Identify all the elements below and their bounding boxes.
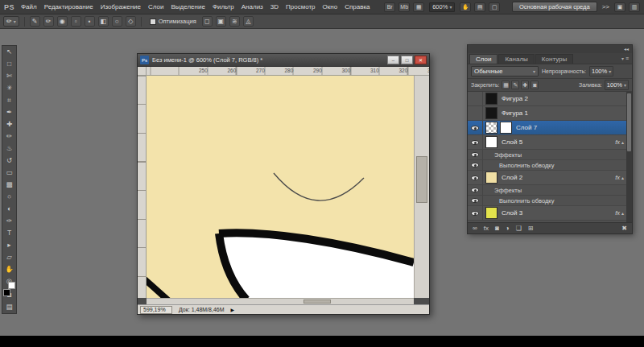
visibility-toggle[interactable] bbox=[468, 185, 483, 195]
layer-row[interactable]: Фигура 2 bbox=[468, 92, 626, 106]
layer-thumbnail[interactable] bbox=[485, 107, 497, 119]
visibility-toggle[interactable] bbox=[468, 92, 483, 105]
layer-row[interactable]: Слой 7 bbox=[468, 121, 626, 135]
menu-item-Редактирование[interactable]: Редактирование bbox=[44, 3, 93, 10]
opacity-icon[interactable]: ◧ bbox=[98, 16, 109, 27]
shape-tool[interactable]: ▱ bbox=[2, 251, 16, 263]
visibility-toggle[interactable] bbox=[468, 150, 483, 159]
workspace-button[interactable]: Основная рабочая среда bbox=[512, 2, 597, 12]
close-button[interactable]: ✕ bbox=[415, 56, 427, 64]
ruler-corner[interactable] bbox=[138, 67, 147, 76]
menu-item-3D[interactable]: 3D bbox=[270, 3, 279, 10]
layer-thumbnail[interactable] bbox=[485, 93, 497, 105]
tab-Контуры[interactable]: Контуры bbox=[535, 54, 573, 64]
launch-bridge-icon[interactable]: Br bbox=[384, 2, 395, 12]
view-extras-icon[interactable]: ▦ bbox=[413, 2, 424, 12]
maximize-button[interactable]: □ bbox=[401, 56, 413, 64]
menu-item-Изображение[interactable]: Изображение bbox=[101, 3, 141, 10]
fx-icon[interactable]: fx bbox=[615, 174, 620, 181]
optimize-checkbox[interactable] bbox=[150, 19, 156, 25]
airbrush-icon[interactable]: ≋ bbox=[229, 16, 240, 27]
horizontal-scrollbar[interactable] bbox=[147, 298, 414, 304]
lock-all-icon[interactable]: ◙ bbox=[530, 81, 539, 89]
layer-thumbnail[interactable] bbox=[485, 171, 497, 184]
layer-style-icon[interactable]: fx bbox=[484, 225, 489, 232]
opacity-field[interactable]: 100% ▾ bbox=[589, 66, 613, 76]
layer-row[interactable]: Слой 2fx▴ bbox=[468, 171, 626, 185]
layer-mask-icon[interactable]: ◙ bbox=[495, 225, 499, 232]
delete-layer-icon[interactable]: ✖ bbox=[621, 225, 627, 232]
horizontal-ruler[interactable]: 250260270280290300310320330 bbox=[147, 67, 429, 76]
visibility-toggle[interactable] bbox=[468, 106, 483, 120]
screen-mode-icon[interactable]: ▢ bbox=[489, 2, 500, 12]
arrange-documents-icon[interactable]: ▤ bbox=[474, 2, 485, 12]
flow-icon[interactable]: ○ bbox=[112, 16, 122, 27]
menu-item-Выделение[interactable]: Выделение bbox=[171, 3, 205, 10]
vertical-scrollbar-thumb[interactable] bbox=[416, 156, 427, 203]
hand-tool[interactable]: ✋ bbox=[2, 263, 16, 275]
visibility-toggle[interactable] bbox=[468, 121, 483, 134]
lock-position-icon[interactable]: ✚ bbox=[521, 81, 529, 89]
type-tool[interactable]: T bbox=[2, 227, 16, 239]
brush-size-icon[interactable]: ▫ bbox=[71, 16, 81, 27]
lock-pixels-icon[interactable]: ✎ bbox=[511, 81, 519, 89]
menu-item-Окно[interactable]: Окно bbox=[323, 3, 338, 10]
erase-to-history-icon[interactable]: ◻ bbox=[202, 16, 213, 27]
status-zoom-field[interactable]: 599,19% bbox=[140, 306, 172, 314]
effect-row[interactable]: Выполнить обводку bbox=[468, 196, 626, 206]
optimize-checkbox-group[interactable]: Оптимизация bbox=[150, 18, 196, 25]
eraser-tool[interactable]: ▭ bbox=[2, 167, 16, 179]
canvas[interactable] bbox=[147, 76, 414, 298]
layer-thumbnail[interactable] bbox=[485, 207, 497, 219]
document-titlebar[interactable]: Ps Без имени-1 @ 600% (Слой 7, RGB/8) * … bbox=[138, 54, 429, 67]
fill-field[interactable]: 100% ▾ bbox=[605, 80, 629, 90]
effect-row[interactable]: Эффекты bbox=[468, 185, 626, 196]
path-selection-tool[interactable]: ▸ bbox=[2, 239, 16, 251]
mixer-brush-icon[interactable]: ◉ bbox=[57, 16, 68, 27]
magic-wand-tool[interactable]: ✳ bbox=[2, 82, 16, 94]
layer-thumbnail[interactable] bbox=[485, 122, 497, 134]
clone-stamp-tool[interactable]: ♨ bbox=[2, 143, 16, 155]
layer-group-icon[interactable]: ❏ bbox=[516, 225, 522, 232]
fx-toggle-arrow-icon[interactable]: ▴ bbox=[621, 139, 624, 145]
shape-dynamics-icon[interactable]: ◇ bbox=[126, 16, 136, 27]
visibility-toggle[interactable] bbox=[468, 160, 483, 170]
brush-mode-icon[interactable]: ▪ bbox=[85, 16, 95, 27]
move-tool[interactable]: ↖ bbox=[2, 46, 16, 58]
tab-Каналы[interactable]: Каналы bbox=[498, 54, 534, 64]
fx-toggle-arrow-icon[interactable]: ▴ bbox=[621, 210, 624, 216]
visibility-toggle[interactable] bbox=[468, 171, 483, 184]
menu-item-Фильтр[interactable]: Фильтр bbox=[213, 3, 234, 10]
layers-scrollbar-thumb[interactable] bbox=[627, 93, 631, 151]
status-menu-arrow-icon[interactable]: ▶ bbox=[231, 307, 235, 312]
zoom-level-box[interactable]: 600% ▾ bbox=[429, 2, 455, 12]
lasso-tool[interactable]: ✄ bbox=[2, 70, 16, 82]
fx-icon[interactable]: fx bbox=[615, 209, 620, 217]
gradient-tool[interactable]: ▩ bbox=[2, 179, 16, 191]
panel-options-icon[interactable]: ▥ bbox=[629, 2, 640, 12]
menu-item-Слои[interactable]: Слои bbox=[148, 3, 163, 10]
brush-tool[interactable]: ✏ bbox=[2, 130, 16, 143]
menu-item-Просмотр[interactable]: Просмотр bbox=[286, 3, 316, 10]
sample-all-layers-icon[interactable]: ▣ bbox=[216, 16, 226, 27]
new-layer-icon[interactable]: ⊞ bbox=[528, 225, 534, 232]
effect-row[interactable]: Выполнить обводку bbox=[468, 160, 626, 171]
layers-scrollbar[interactable] bbox=[626, 92, 632, 224]
layer-row[interactable]: Фигура 1 bbox=[468, 106, 626, 121]
effect-row[interactable]: Эффекты bbox=[468, 150, 626, 160]
layer-thumbnail[interactable] bbox=[500, 122, 512, 134]
visibility-toggle[interactable] bbox=[468, 135, 483, 149]
panel-menu-icon[interactable]: ▾ ≡ bbox=[621, 56, 629, 61]
crop-tool[interactable]: ⌗ bbox=[2, 94, 16, 106]
screen-mode-icon[interactable]: ▤ bbox=[2, 301, 16, 313]
hand-tool-icon[interactable]: ✋ bbox=[460, 2, 471, 12]
pencil-icon[interactable]: ✎ bbox=[30, 16, 40, 27]
menu-item-Анализ[interactable]: Анализ bbox=[242, 3, 263, 10]
visibility-toggle[interactable] bbox=[468, 206, 483, 220]
vertical-ruler[interactable] bbox=[138, 76, 147, 298]
dodge-tool[interactable]: ◐ bbox=[2, 203, 16, 215]
fx-toggle-arrow-icon[interactable]: ▴ bbox=[621, 175, 624, 180]
foreground-color-swatch[interactable] bbox=[3, 289, 10, 296]
visibility-toggle[interactable] bbox=[468, 196, 483, 205]
menu-item-Файл[interactable]: Файл bbox=[21, 3, 37, 10]
